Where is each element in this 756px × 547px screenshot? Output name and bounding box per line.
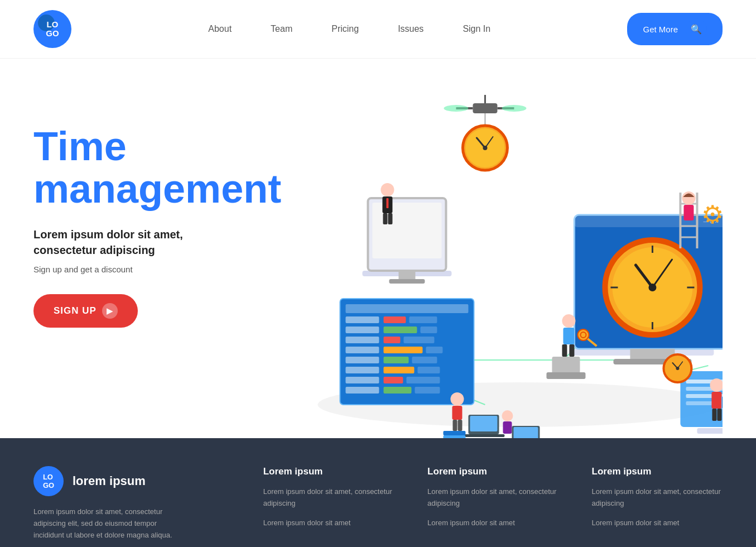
- svg-rect-43: [346, 327, 379, 333]
- svg-rect-74: [452, 406, 463, 420]
- svg-rect-62: [384, 387, 412, 394]
- svg-rect-110: [718, 409, 722, 421]
- svg-point-105: [676, 367, 680, 370]
- logo-circle: LOGO: [33, 10, 71, 48]
- svg-rect-107: [712, 392, 722, 409]
- svg-rect-50: [384, 347, 423, 353]
- signup-button[interactable]: SIGN UP ▶: [33, 294, 138, 328]
- svg-rect-80: [444, 431, 466, 435]
- svg-point-6: [381, 183, 394, 196]
- search-icon[interactable]: 🔍: [686, 18, 707, 40]
- isometric-scene-svg: — O ✕: [292, 81, 723, 438]
- footer-col-2-text2: Lorem ipsum dolor sit amet: [427, 517, 558, 529]
- svg-rect-71: [552, 357, 580, 373]
- footer-col-3-title: Lorem ipsum: [592, 466, 723, 477]
- svg-rect-108: [722, 396, 723, 409]
- hero-content: Time management Lorem ipsum dolor sit am…: [33, 81, 281, 328]
- svg-rect-55: [346, 367, 379, 373]
- svg-rect-67: [570, 344, 575, 357]
- footer-col-3-text2: Lorem ipsum dolor sit amet: [592, 517, 723, 529]
- svg-rect-79: [458, 420, 463, 431]
- nav-pricing[interactable]: Pricing: [312, 20, 378, 39]
- svg-rect-72: [547, 372, 586, 379]
- svg-rect-109: [712, 409, 717, 421]
- svg-text:⚙: ⚙: [702, 200, 723, 229]
- hero-subtitle: Lorem ipsum dolor sit amet,consectetur a…: [33, 227, 281, 258]
- svg-rect-58: [346, 377, 379, 383]
- footer-col-3-text1: Lorem ipsum dolor sit amet, consectetur …: [592, 486, 723, 510]
- logo[interactable]: LOGO: [33, 10, 71, 48]
- svg-rect-5: [389, 279, 425, 284]
- svg-point-73: [451, 392, 464, 406]
- svg-point-22: [483, 146, 488, 150]
- svg-rect-10: [388, 213, 393, 224]
- footer: LOGO lorem ipsum Lorem ipsum dolor sit a…: [0, 438, 756, 547]
- hero-section: Time management Lorem ipsum dolor sit am…: [0, 59, 756, 438]
- svg-rect-45: [421, 327, 437, 333]
- svg-rect-41: [384, 316, 406, 323]
- svg-rect-77: [463, 434, 505, 437]
- main-nav: About Team Pricing Issues Sign In: [71, 20, 627, 39]
- svg-rect-46: [346, 337, 379, 343]
- svg-rect-63: [415, 387, 440, 394]
- svg-rect-49: [346, 347, 379, 353]
- get-more-button[interactable]: Get More 🔍: [627, 13, 723, 45]
- svg-point-16: [502, 105, 527, 112]
- svg-rect-40: [346, 316, 379, 323]
- svg-point-15: [444, 105, 469, 112]
- svg-rect-65: [564, 328, 575, 344]
- footer-col-3: Lorem ipsum Lorem ipsum dolor sit amet, …: [592, 466, 723, 541]
- footer-col-1-text1: Lorem ipsum dolor sit amet, consectetur …: [263, 486, 394, 510]
- svg-rect-51: [426, 347, 443, 353]
- get-more-label: Get More: [643, 25, 678, 34]
- svg-rect-44: [384, 327, 417, 333]
- header: LOGO About Team Pricing Issues Sign In G…: [0, 0, 756, 59]
- svg-point-64: [562, 314, 576, 328]
- svg-rect-86: [514, 427, 538, 438]
- footer-col-1: Lorem ipsum Lorem ipsum dolor sit amet, …: [263, 466, 394, 541]
- svg-rect-8: [387, 198, 389, 208]
- footer-col-1-title: Lorem ipsum: [263, 466, 394, 477]
- svg-rect-111: [697, 428, 723, 434]
- svg-rect-84: [503, 421, 512, 434]
- svg-rect-76: [470, 416, 498, 431]
- footer-col-2-text1: Lorem ipsum dolor sit amet, consectetur …: [427, 486, 558, 510]
- footer-logo-icon: LOGO: [33, 466, 64, 496]
- footer-col-2-title: Lorem ipsum: [427, 466, 558, 477]
- svg-rect-59: [384, 377, 403, 383]
- footer-logo: LOGO lorem ipsum: [33, 466, 230, 496]
- svg-point-35: [649, 284, 657, 291]
- nav-team[interactable]: Team: [251, 20, 312, 39]
- nav-signin[interactable]: Sign In: [443, 20, 510, 39]
- svg-rect-54: [412, 357, 437, 363]
- svg-rect-48: [404, 337, 435, 343]
- svg-rect-39: [346, 304, 469, 313]
- svg-rect-57: [418, 367, 440, 373]
- svg-point-83: [502, 410, 513, 421]
- svg-rect-25: [575, 215, 723, 227]
- svg-point-68: [578, 329, 589, 340]
- svg-rect-47: [384, 337, 401, 343]
- hero-description: Sign up and get a discount: [33, 265, 281, 274]
- hero-title: Time management: [33, 126, 281, 210]
- signup-arrow-icon: ▶: [102, 303, 118, 319]
- svg-rect-61: [346, 387, 379, 394]
- nav-about[interactable]: About: [189, 20, 251, 39]
- svg-rect-81: [444, 435, 466, 438]
- signup-label: SIGN UP: [54, 305, 97, 316]
- svg-rect-9: [383, 213, 388, 224]
- footer-col-1-text2: Lorem ipsum dolor sit amet: [263, 517, 394, 529]
- svg-rect-56: [384, 367, 415, 373]
- footer-col-2: Lorem ipsum Lorem ipsum dolor sit amet, …: [427, 466, 558, 541]
- svg-rect-78: [453, 420, 458, 431]
- svg-rect-66: [562, 344, 567, 357]
- footer-brand: LOGO lorem ipsum Lorem ipsum dolor sit a…: [33, 466, 230, 541]
- footer-brand-name: lorem ipsum: [73, 474, 146, 488]
- svg-rect-42: [410, 316, 437, 323]
- nav-issues[interactable]: Issues: [378, 20, 443, 39]
- hero-illustration: — O ✕: [292, 81, 723, 438]
- svg-rect-95: [684, 205, 694, 220]
- header-actions: Get More 🔍: [627, 13, 723, 45]
- svg-rect-60: [407, 377, 440, 383]
- footer-brand-description: Lorem ipsum dolor sit amet, consectetur …: [33, 506, 179, 541]
